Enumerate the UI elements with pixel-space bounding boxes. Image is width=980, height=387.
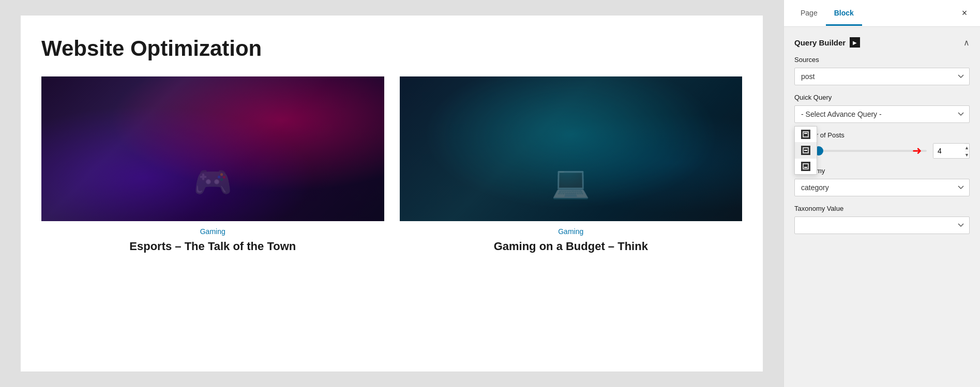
- svg-rect-1: [804, 133, 807, 134]
- taxonomy-label: Taxonomy: [794, 167, 970, 175]
- section-header: Query Builder ▶ ∧: [794, 37, 970, 48]
- popup-item-1[interactable]: [795, 127, 817, 143]
- number-of-posts-label: Number of Posts: [794, 131, 970, 139]
- number-spinners: ▲ ▼: [964, 144, 969, 158]
- post-card: Gaming Esports – The Talk of the Town: [41, 76, 384, 253]
- posts-grid: Gaming Esports – The Talk of the Town Ga…: [41, 76, 742, 253]
- collapse-button[interactable]: ∧: [963, 38, 970, 48]
- tab-block[interactable]: Block: [826, 2, 862, 26]
- post-card: Gaming Gaming on a Budget – Think: [400, 76, 743, 253]
- tab-page[interactable]: Page: [792, 2, 826, 26]
- svg-rect-4: [803, 164, 808, 169]
- post-category-2[interactable]: Gaming: [400, 227, 743, 236]
- popup-icon-2: [801, 146, 810, 155]
- red-arrow-indicator: ➜: [912, 144, 922, 158]
- sources-select[interactable]: post: [794, 68, 970, 85]
- number-of-posts-section: Number of Posts 4 ▲ ▼ ➜: [794, 131, 970, 159]
- query-builder-label: Query Builder: [794, 38, 846, 47]
- spinner-up[interactable]: ▲: [964, 144, 969, 151]
- quick-query-select[interactable]: - Select Advance Query -: [794, 105, 970, 123]
- post-heading-2: Gaming on a Budget – Think: [400, 240, 743, 253]
- popup-icon-1: [801, 130, 810, 139]
- popup-icon-3: [801, 162, 810, 171]
- sidebar-tabs: Page Block ×: [784, 0, 980, 27]
- svg-rect-3: [804, 150, 807, 151]
- main-content: Website Optimization Gaming Esports – Th…: [0, 0, 783, 387]
- popup-item-3[interactable]: [795, 159, 817, 174]
- sources-label: Sources: [794, 56, 970, 64]
- slider-row: 4 ▲ ▼ ➜: [794, 143, 970, 159]
- taxonomy-value-label: Taxonomy Value: [794, 205, 970, 212]
- spinner-down[interactable]: ▼: [964, 151, 969, 158]
- post-heading-1: Esports – The Talk of the Town: [41, 240, 384, 253]
- page-canvas: Website Optimization Gaming Esports – Th…: [21, 16, 763, 371]
- section-title: Query Builder ▶: [794, 37, 860, 48]
- svg-rect-5: [804, 167, 807, 168]
- sidebar: Page Block × Query Builder ▶ ∧ Sources p…: [783, 0, 980, 387]
- svg-rect-0: [803, 132, 808, 137]
- quick-query-popup: [794, 126, 817, 175]
- query-builder-icon-btn[interactable]: ▶: [850, 37, 860, 48]
- page-title: Website Optimization: [41, 36, 742, 61]
- close-button[interactable]: ×: [957, 6, 972, 21]
- post-image-1: [41, 76, 384, 221]
- post-image-2: [400, 76, 743, 221]
- taxonomy-value-select[interactable]: [794, 216, 970, 234]
- sidebar-body: Query Builder ▶ ∧ Sources post Quick Que…: [784, 27, 980, 387]
- posts-count-input[interactable]: 4: [933, 144, 964, 158]
- quick-query-label: Quick Query: [794, 94, 970, 101]
- popup-item-2[interactable]: [795, 143, 817, 159]
- quick-query-container: - Select Advance Query -: [794, 105, 970, 123]
- taxonomy-select[interactable]: category: [794, 179, 970, 196]
- post-category-1[interactable]: Gaming: [41, 227, 384, 236]
